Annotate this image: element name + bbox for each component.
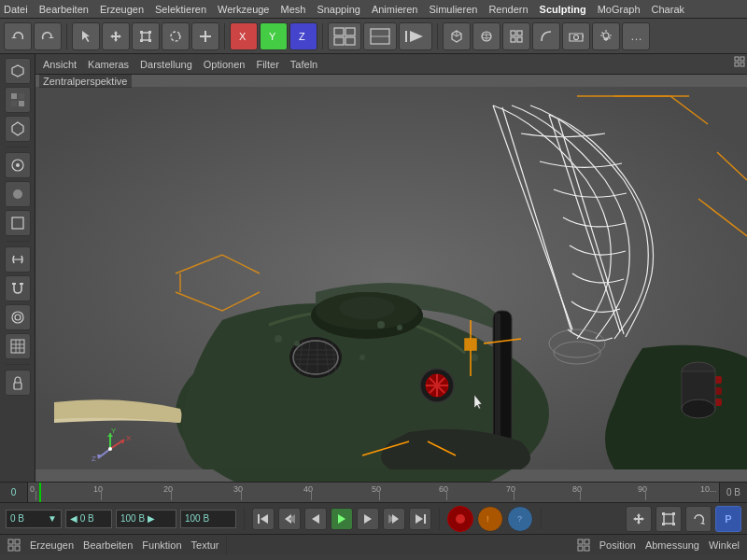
- play-btn[interactable]: [331, 508, 353, 530]
- svg-rect-118: [465, 339, 476, 350]
- viewport-filter[interactable]: Filter: [256, 59, 278, 70]
- scale-tool[interactable]: [132, 22, 160, 50]
- viewport-header: Ansicht Kameras Darstellung Optionen Fil…: [35, 54, 747, 75]
- menu-mograph[interactable]: MoGraph: [598, 4, 641, 15]
- viewport[interactable]: Ansicht Kameras Darstellung Optionen Fil…: [35, 54, 747, 482]
- menu-snapping[interactable]: Snapping: [317, 4, 360, 15]
- sidebar-dot-btn[interactable]: [5, 181, 31, 207]
- menu-mesh[interactable]: Mesh: [280, 4, 305, 15]
- svg-marker-138: [312, 514, 319, 524]
- toolbar-sep-1: [66, 23, 67, 49]
- transport-field-3[interactable]: 100 B ▶: [116, 510, 176, 528]
- bottom-abmessung[interactable]: Abmessung: [645, 539, 699, 551]
- prev-btn[interactable]: [304, 508, 327, 530]
- sidebar-magnet-btn[interactable]: [5, 275, 31, 301]
- viewport-ansicht[interactable]: Ansicht: [43, 59, 77, 70]
- bottom-bearbeiten[interactable]: Bearbeiten: [83, 539, 133, 551]
- menu-rendern[interactable]: Rendern: [488, 4, 528, 15]
- sidebar-hex-btn[interactable]: [5, 116, 31, 142]
- help-btn[interactable]: ?: [507, 506, 533, 532]
- bottom-bar: Erzeugen Bearbeiten Funktion Textur Posi…: [0, 534, 747, 554]
- sidebar-lock-btn[interactable]: [5, 370, 31, 396]
- svg-text:!: !: [486, 514, 489, 524]
- undo-button[interactable]: [4, 22, 32, 50]
- prev-frame-btn[interactable]: [278, 508, 301, 530]
- timeline-ruler[interactable]: 0 10 20 30 40 50 60 70 80 90 10...: [28, 483, 719, 502]
- x-axis-btn[interactable]: X: [230, 22, 258, 50]
- svg-text:?: ?: [517, 514, 522, 524]
- z-axis-btn[interactable]: Z: [289, 22, 317, 50]
- scene-canvas[interactable]: X Y Z: [35, 75, 747, 482]
- menu-bearbeiten[interactable]: Bearbeiten: [39, 4, 89, 15]
- svg-rect-15: [345, 28, 355, 35]
- viewport-tafeln[interactable]: Tafeln: [290, 59, 317, 70]
- bottom-position[interactable]: Position: [599, 539, 636, 551]
- svg-rect-63: [735, 57, 739, 61]
- viewport-darstellung[interactable]: Darstellung: [140, 59, 192, 70]
- camera-btn[interactable]: [562, 22, 590, 50]
- viewport-mode-btn[interactable]: [328, 22, 361, 50]
- svg-point-104: [275, 335, 282, 343]
- light-btn[interactable]: [592, 22, 620, 50]
- more-btn[interactable]: …: [622, 22, 650, 50]
- menu-datei[interactable]: Datei: [4, 4, 28, 15]
- viewport-optionen[interactable]: Optionen: [204, 59, 246, 70]
- status-btn[interactable]: !: [477, 506, 503, 532]
- move-mode-btn[interactable]: [626, 506, 652, 532]
- svg-point-55: [12, 312, 23, 323]
- viewport-expand-btn[interactable]: [732, 54, 747, 69]
- menu-werkzeuge[interactable]: Werkzeuge: [218, 4, 269, 15]
- svg-marker-140: [364, 514, 372, 524]
- tick-mark-50: [379, 491, 380, 500]
- move-tool[interactable]: [102, 22, 130, 50]
- bottom-funktion[interactable]: Funktion: [142, 539, 181, 551]
- menu-erzeugen[interactable]: Erzeugen: [100, 4, 144, 15]
- sidebar-box2-btn[interactable]: [5, 210, 31, 236]
- sidebar-cube-btn[interactable]: [5, 58, 31, 84]
- record-btn[interactable]: [447, 506, 473, 532]
- redo-button[interactable]: [34, 22, 62, 50]
- menu-selektieren[interactable]: Selektieren: [155, 4, 206, 15]
- transport-field-2[interactable]: ◀ 0 B: [65, 510, 112, 528]
- sidebar-circle-btn[interactable]: [5, 152, 31, 178]
- scale-mode-btn[interactable]: [655, 506, 682, 532]
- sidebar-ring-btn[interactable]: [5, 304, 31, 330]
- svg-rect-65: [735, 63, 739, 66]
- goto-start-btn[interactable]: [252, 508, 275, 530]
- cube-3d-btn[interactable]: [443, 22, 471, 50]
- sphere-3d-btn[interactable]: [472, 22, 500, 50]
- sidebar-texture-btn[interactable]: [5, 87, 31, 113]
- next-btn[interactable]: [357, 508, 379, 530]
- tick-100: 10...: [700, 484, 717, 494]
- pin-mode-btn[interactable]: P: [715, 506, 741, 532]
- menu-simulieren[interactable]: Simulieren: [429, 4, 477, 15]
- render-view-btn[interactable]: [363, 22, 397, 50]
- svg-text:X: X: [239, 31, 247, 42]
- y-axis-btn[interactable]: Y: [260, 22, 288, 50]
- next-frame-btn[interactable]: [383, 508, 405, 530]
- menu-sculpting[interactable]: Sculpting: [540, 4, 586, 15]
- svg-text:…: …: [630, 29, 642, 43]
- select-tool[interactable]: [72, 22, 100, 50]
- subdiv-btn[interactable]: [502, 22, 530, 50]
- add-tool[interactable]: [191, 22, 219, 50]
- sidebar-rotate2-btn[interactable]: [5, 246, 31, 273]
- svg-rect-159: [585, 539, 589, 544]
- bottom-textur[interactable]: Textur: [191, 539, 219, 551]
- viewport-kameras[interactable]: Kameras: [88, 59, 129, 70]
- menu-animieren[interactable]: Animieren: [372, 4, 418, 15]
- rot-mode-btn[interactable]: [685, 506, 712, 532]
- menu-charak[interactable]: Charak: [652, 4, 684, 15]
- transport-field-1[interactable]: 0 B ▼: [6, 510, 62, 528]
- svg-rect-157: [15, 546, 20, 551]
- rotate-tool[interactable]: [162, 22, 190, 50]
- goto-end-btn[interactable]: [409, 508, 431, 530]
- sidebar-grid-btn[interactable]: [5, 333, 31, 359]
- bottom-erzeugen[interactable]: Erzeugen: [30, 539, 74, 551]
- transport-field-4[interactable]: 100 B: [180, 510, 236, 528]
- bottom-winkel[interactable]: Winkel: [709, 539, 740, 551]
- svg-rect-29: [517, 31, 522, 35]
- sidebar-sep-1: [6, 147, 30, 147]
- bend-btn[interactable]: [532, 22, 560, 50]
- render-btn[interactable]: [399, 22, 432, 50]
